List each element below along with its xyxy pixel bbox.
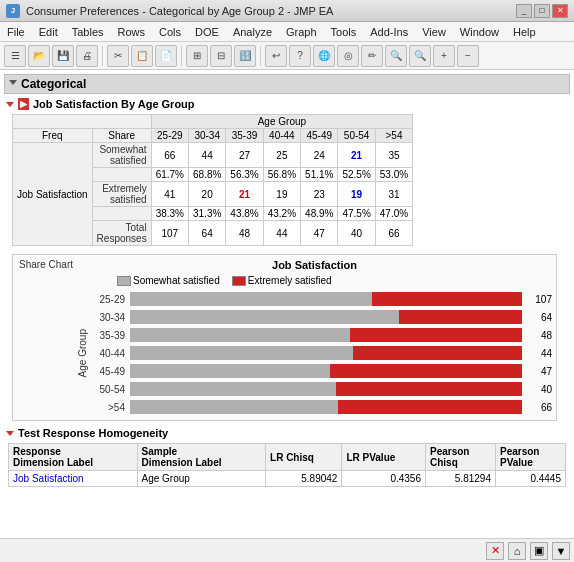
total-40: 44 <box>263 221 300 246</box>
toolbar-btn-14[interactable]: ◎ <box>337 45 359 67</box>
menu-file[interactable]: File <box>0 24 32 40</box>
toolbar-sep-3 <box>260 46 261 66</box>
bar-somewhat-40 <box>130 346 353 360</box>
stop-icon[interactable]: ✕ <box>486 542 504 560</box>
toolbar-btn-2[interactable]: 📂 <box>28 45 50 67</box>
bar-container-40 <box>130 346 522 360</box>
toolbar-btn-15[interactable]: ✏ <box>361 45 383 67</box>
th-sample: SampleDimension Label <box>137 444 266 471</box>
toolbar-btn-11[interactable]: ↩ <box>265 45 287 67</box>
menu-addins[interactable]: Add-Ins <box>363 24 415 40</box>
bar-label-50: 50-54 <box>90 384 128 395</box>
toolbar-btn-12[interactable]: ? <box>289 45 311 67</box>
share-chart-label: Share Chart <box>19 259 73 270</box>
subsection-job-satisfaction[interactable]: ▶ Job Satisfaction By Age Group <box>6 98 568 110</box>
legend-box-extremely <box>232 276 246 286</box>
toolbar-btn-8[interactable]: ⊞ <box>186 45 208 67</box>
bar-somewhat-25 <box>130 292 372 306</box>
job-satisfaction-table: Age Group Freq Share 25-29 30-34 35-39 4… <box>12 114 413 246</box>
minimize-button[interactable]: _ <box>516 4 532 18</box>
app-icon: J <box>6 4 20 18</box>
bar-extremely-45 <box>330 364 522 378</box>
pct-ex-50: 47.5% <box>338 207 375 221</box>
bar-label-gt54: >54 <box>90 402 128 413</box>
toolbar-btn-3[interactable]: 💾 <box>52 45 74 67</box>
total-25: 107 <box>151 221 188 246</box>
age-group-header: Age Group <box>151 115 413 129</box>
pct-ex-gt54: 47.0% <box>375 207 412 221</box>
close-button[interactable]: ✕ <box>552 4 568 18</box>
bar-label-40: 40-44 <box>90 348 128 359</box>
menu-analyze[interactable]: Analyze <box>226 24 279 40</box>
toolbar-btn-9[interactable]: ⊟ <box>210 45 232 67</box>
sample-label: Age Group <box>137 471 266 487</box>
response-label: Job Satisfaction <box>9 471 138 487</box>
chart-row-40: 40-44 44 <box>90 344 552 362</box>
homogeneity-table: ResponseDimension Label SampleDimension … <box>8 443 566 487</box>
page-icon[interactable]: ▣ <box>530 542 548 560</box>
menu-view[interactable]: View <box>415 24 453 40</box>
toolbar-btn-13[interactable]: 🌐 <box>313 45 335 67</box>
menu-tools[interactable]: Tools <box>324 24 364 40</box>
menu-bar: File Edit Tables Rows Cols DOE Analyze G… <box>0 22 574 42</box>
pct-sw-35: 56.3% <box>226 168 263 182</box>
toolbar-btn-7[interactable]: 📄 <box>155 45 177 67</box>
chart-row-35: 35-39 48 <box>90 326 552 344</box>
toolbar-btn-17[interactable]: 🔍 <box>409 45 431 67</box>
bar-extremely-gt54 <box>338 400 522 414</box>
bar-count-35: 48 <box>524 330 552 341</box>
cell-ex-40: 19 <box>263 182 300 207</box>
toolbar-btn-4[interactable]: 🖨 <box>76 45 98 67</box>
pct-sw-50: 52.5% <box>338 168 375 182</box>
bar-container-gt54 <box>130 400 522 414</box>
bar-label-45: 45-49 <box>90 366 128 377</box>
pct-ex-25: 38.3% <box>151 207 188 221</box>
toolbar-btn-19[interactable]: − <box>457 45 479 67</box>
bar-container-45 <box>130 364 522 378</box>
subsection-icon: ▶ <box>18 98 29 110</box>
cell-sw-45: 24 <box>301 143 338 168</box>
bar-container-35 <box>130 328 522 342</box>
maximize-button[interactable]: □ <box>534 4 550 18</box>
toolbar-sep-1 <box>102 46 103 66</box>
home-icon[interactable]: ⌂ <box>508 542 526 560</box>
lr-chisq-value: 5.89042 <box>266 471 342 487</box>
bar-label-30: 30-34 <box>90 312 128 323</box>
th-pearson-chisq: PearsonChisq <box>426 444 496 471</box>
homogeneity-header[interactable]: Test Response Homogeneity <box>6 427 568 439</box>
share-header: Share <box>92 129 151 143</box>
menu-window[interactable]: Window <box>453 24 506 40</box>
legend-extremely: Extremely satisfied <box>232 275 332 286</box>
toolbar-btn-16[interactable]: 🔍 <box>385 45 407 67</box>
total-50: 40 <box>338 221 375 246</box>
pct-ex-30: 31.3% <box>189 207 226 221</box>
freq-header: Freq <box>13 129 93 143</box>
bar-somewhat-45 <box>130 364 330 378</box>
toolbar-btn-10[interactable]: 🔢 <box>234 45 256 67</box>
section-categorical[interactable]: Categorical <box>4 74 570 94</box>
chart-row-gt54: >54 66 <box>90 398 552 416</box>
menu-cols[interactable]: Cols <box>152 24 188 40</box>
title-bar: J Consumer Preferences - Categorical by … <box>0 0 574 22</box>
toolbar-btn-1[interactable]: ☰ <box>4 45 26 67</box>
menu-rows[interactable]: Rows <box>111 24 153 40</box>
menu-tables[interactable]: Tables <box>65 24 111 40</box>
total-gt54: 66 <box>375 221 412 246</box>
pct-sw-25: 61.7% <box>151 168 188 182</box>
toolbar-btn-6[interactable]: 📋 <box>131 45 153 67</box>
arrow-down-icon[interactable]: ▼ <box>552 542 570 560</box>
menu-doe[interactable]: DOE <box>188 24 226 40</box>
cell-sw-40: 25 <box>263 143 300 168</box>
bar-count-25: 107 <box>524 294 552 305</box>
toolbar: ☰ 📂 💾 🖨 ✂ 📋 📄 ⊞ ⊟ 🔢 ↩ ? 🌐 ◎ ✏ 🔍 🔍 + − <box>0 42 574 70</box>
bar-extremely-25 <box>372 292 522 306</box>
menu-edit[interactable]: Edit <box>32 24 65 40</box>
bar-count-50: 40 <box>524 384 552 395</box>
menu-help[interactable]: Help <box>506 24 543 40</box>
pearson-chisq-value: 5.81294 <box>426 471 496 487</box>
cell-ex-25: 41 <box>151 182 188 207</box>
toolbar-btn-18[interactable]: + <box>433 45 455 67</box>
pct-ex-35: 43.8% <box>226 207 263 221</box>
menu-graph[interactable]: Graph <box>279 24 324 40</box>
toolbar-btn-5[interactable]: ✂ <box>107 45 129 67</box>
